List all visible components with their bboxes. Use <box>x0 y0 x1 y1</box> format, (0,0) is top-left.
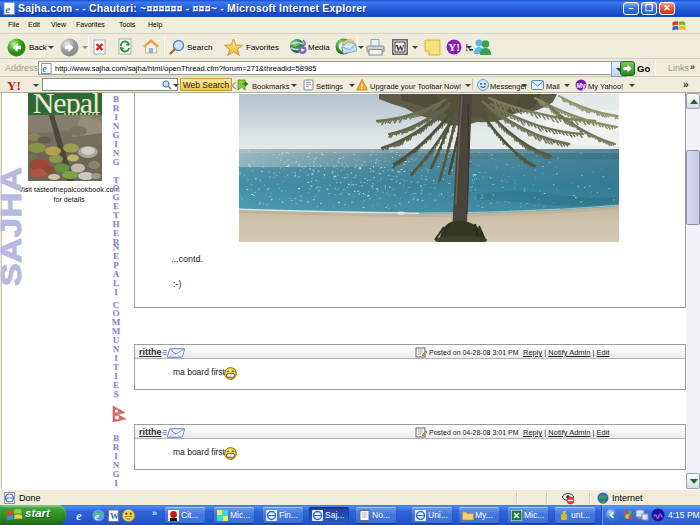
svg-text:e: e <box>95 511 100 522</box>
svg-text:W: W <box>396 43 405 53</box>
svg-text:e: e <box>76 509 82 522</box>
svg-text:e: e <box>5 3 10 15</box>
svg-text:W: W <box>110 511 119 521</box>
svg-text:Y!: Y! <box>7 79 21 91</box>
svg-text:Y!: Y! <box>448 41 460 53</box>
svg-text:My: My <box>576 82 585 90</box>
svg-text:e: e <box>42 63 47 74</box>
svg-text:!: ! <box>361 82 364 91</box>
